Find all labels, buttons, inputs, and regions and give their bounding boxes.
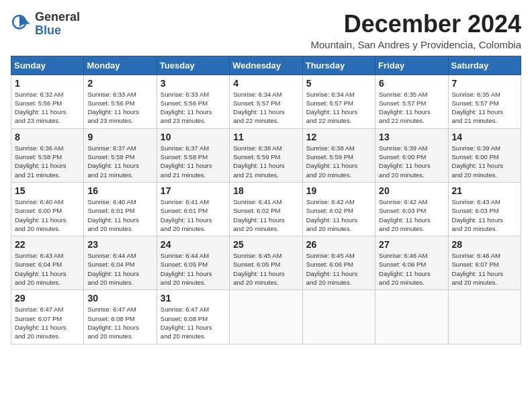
title-block: December 2024 Mountain, San Andres y Pro… <box>310 11 521 50</box>
day-number: 17 <box>161 185 226 196</box>
header-cell-thursday: Thursday <box>302 56 375 75</box>
day-info: Sunrise: 6:43 AMSunset: 6:04 PMDaylight:… <box>15 251 80 287</box>
header-cell-sunday: Sunday <box>11 56 84 75</box>
calendar-cell: 20Sunrise: 6:42 AMSunset: 6:03 PMDayligh… <box>375 182 448 236</box>
day-number: 29 <box>15 293 80 304</box>
day-info: Sunrise: 6:47 AMSunset: 6:08 PMDaylight:… <box>87 305 152 340</box>
header-cell-monday: Monday <box>84 56 157 75</box>
calendar-cell: 5Sunrise: 6:34 AMSunset: 5:57 PMDaylight… <box>302 75 375 128</box>
day-info: Sunrise: 6:37 AMSunset: 5:58 PMDaylight:… <box>161 144 226 179</box>
day-number: 21 <box>452 185 517 196</box>
logo-text: General Blue <box>35 11 80 38</box>
calendar-cell: 24Sunrise: 6:44 AMSunset: 6:05 PMDayligh… <box>157 236 229 290</box>
day-number: 22 <box>15 239 80 250</box>
day-info: Sunrise: 6:42 AMSunset: 6:02 PMDaylight:… <box>306 197 371 233</box>
header-cell-tuesday: Tuesday <box>157 56 229 75</box>
calendar-cell <box>302 290 375 344</box>
day-info: Sunrise: 6:39 AMSunset: 6:00 PMDaylight:… <box>379 144 444 179</box>
calendar-cell: 13Sunrise: 6:39 AMSunset: 6:00 PMDayligh… <box>375 128 448 182</box>
day-info: Sunrise: 6:35 AMSunset: 5:57 PMDaylight:… <box>379 90 444 126</box>
header-cell-saturday: Saturday <box>448 56 521 75</box>
calendar-cell: 16Sunrise: 6:40 AMSunset: 6:01 PMDayligh… <box>84 182 157 236</box>
day-number: 7 <box>452 78 517 89</box>
calendar-table: SundayMondayTuesdayWednesdayThursdayFrid… <box>11 56 521 345</box>
calendar-cell: 1Sunrise: 6:32 AMSunset: 5:56 PMDaylight… <box>11 75 84 128</box>
day-number: 28 <box>452 239 517 250</box>
calendar-cell: 10Sunrise: 6:37 AMSunset: 5:58 PMDayligh… <box>157 128 229 182</box>
calendar-cell <box>230 290 302 344</box>
day-info: Sunrise: 6:42 AMSunset: 6:03 PMDaylight:… <box>379 197 444 233</box>
calendar-cell: 22Sunrise: 6:43 AMSunset: 6:04 PMDayligh… <box>11 236 84 290</box>
day-number: 26 <box>306 239 371 250</box>
day-number: 3 <box>161 78 226 89</box>
calendar-header: SundayMondayTuesdayWednesdayThursdayFrid… <box>11 56 521 75</box>
week-row-3: 22Sunrise: 6:43 AMSunset: 6:04 PMDayligh… <box>11 236 521 290</box>
day-info: Sunrise: 6:44 AMSunset: 6:04 PMDaylight:… <box>87 251 152 287</box>
calendar-cell: 17Sunrise: 6:41 AMSunset: 6:01 PMDayligh… <box>157 182 229 236</box>
logo-icon <box>11 13 32 35</box>
calendar-cell: 4Sunrise: 6:34 AMSunset: 5:57 PMDaylight… <box>230 75 302 128</box>
day-number: 20 <box>379 185 444 196</box>
day-number: 5 <box>306 78 371 89</box>
day-number: 16 <box>87 185 152 196</box>
day-info: Sunrise: 6:46 AMSunset: 6:06 PMDaylight:… <box>379 251 444 287</box>
day-number: 31 <box>161 293 226 304</box>
day-info: Sunrise: 6:41 AMSunset: 6:01 PMDaylight:… <box>161 197 226 233</box>
calendar-cell <box>448 290 521 344</box>
calendar-body: 1Sunrise: 6:32 AMSunset: 5:56 PMDaylight… <box>11 75 521 344</box>
day-number: 24 <box>161 239 226 250</box>
calendar-cell: 6Sunrise: 6:35 AMSunset: 5:57 PMDaylight… <box>375 75 448 128</box>
day-number: 8 <box>15 132 80 142</box>
day-info: Sunrise: 6:41 AMSunset: 6:02 PMDaylight:… <box>233 197 298 233</box>
day-number: 6 <box>379 78 444 89</box>
day-info: Sunrise: 6:38 AMSunset: 5:59 PMDaylight:… <box>233 144 298 179</box>
day-info: Sunrise: 6:33 AMSunset: 5:56 PMDaylight:… <box>161 90 226 126</box>
day-info: Sunrise: 6:39 AMSunset: 6:00 PMDaylight:… <box>452 144 517 179</box>
calendar-cell: 19Sunrise: 6:42 AMSunset: 6:02 PMDayligh… <box>302 182 375 236</box>
day-number: 14 <box>452 132 517 142</box>
week-row-4: 29Sunrise: 6:47 AMSunset: 6:07 PMDayligh… <box>11 290 521 344</box>
calendar-cell: 28Sunrise: 6:46 AMSunset: 6:07 PMDayligh… <box>448 236 521 290</box>
calendar-cell: 26Sunrise: 6:45 AMSunset: 6:06 PMDayligh… <box>302 236 375 290</box>
day-info: Sunrise: 6:44 AMSunset: 6:05 PMDaylight:… <box>161 251 226 287</box>
day-number: 9 <box>87 132 152 142</box>
day-number: 19 <box>306 185 371 196</box>
day-info: Sunrise: 6:34 AMSunset: 5:57 PMDaylight:… <box>306 90 371 126</box>
day-number: 25 <box>233 239 298 250</box>
day-info: Sunrise: 6:38 AMSunset: 5:59 PMDaylight:… <box>306 144 371 179</box>
calendar-cell: 29Sunrise: 6:47 AMSunset: 6:07 PMDayligh… <box>11 290 84 344</box>
calendar-cell: 11Sunrise: 6:38 AMSunset: 5:59 PMDayligh… <box>230 128 302 182</box>
day-info: Sunrise: 6:45 AMSunset: 6:05 PMDaylight:… <box>233 251 298 287</box>
calendar-cell: 3Sunrise: 6:33 AMSunset: 5:56 PMDaylight… <box>157 75 229 128</box>
header-row: SundayMondayTuesdayWednesdayThursdayFrid… <box>11 56 521 75</box>
day-info: Sunrise: 6:40 AMSunset: 6:00 PMDaylight:… <box>15 197 80 233</box>
logo-general-text: General <box>35 11 80 24</box>
day-info: Sunrise: 6:45 AMSunset: 6:06 PMDaylight:… <box>306 251 371 287</box>
day-number: 18 <box>233 185 298 196</box>
day-number: 15 <box>15 185 80 196</box>
calendar-cell: 8Sunrise: 6:36 AMSunset: 5:58 PMDaylight… <box>11 128 84 182</box>
day-number: 23 <box>87 239 152 250</box>
day-info: Sunrise: 6:33 AMSunset: 5:56 PMDaylight:… <box>87 90 152 126</box>
location-title: Mountain, San Andres y Providencia, Colo… <box>310 39 521 50</box>
logo: General Blue <box>11 11 80 38</box>
calendar-cell: 12Sunrise: 6:38 AMSunset: 5:59 PMDayligh… <box>302 128 375 182</box>
day-number: 4 <box>233 78 298 89</box>
calendar-cell: 9Sunrise: 6:37 AMSunset: 5:58 PMDaylight… <box>84 128 157 182</box>
day-info: Sunrise: 6:34 AMSunset: 5:57 PMDaylight:… <box>233 90 298 126</box>
calendar-cell: 25Sunrise: 6:45 AMSunset: 6:05 PMDayligh… <box>230 236 302 290</box>
day-number: 2 <box>87 78 152 89</box>
calendar-cell: 30Sunrise: 6:47 AMSunset: 6:08 PMDayligh… <box>84 290 157 344</box>
calendar-cell: 21Sunrise: 6:43 AMSunset: 6:03 PMDayligh… <box>448 182 521 236</box>
calendar-cell: 7Sunrise: 6:35 AMSunset: 5:57 PMDaylight… <box>448 75 521 128</box>
day-info: Sunrise: 6:46 AMSunset: 6:07 PMDaylight:… <box>452 251 517 287</box>
calendar-cell <box>375 290 448 344</box>
logo-blue-text: Blue <box>35 24 80 38</box>
page-header: General Blue December 2024 Mountain, San… <box>11 11 521 50</box>
week-row-1: 8Sunrise: 6:36 AMSunset: 5:58 PMDaylight… <box>11 128 521 182</box>
week-row-2: 15Sunrise: 6:40 AMSunset: 6:00 PMDayligh… <box>11 182 521 236</box>
calendar-cell: 31Sunrise: 6:47 AMSunset: 6:08 PMDayligh… <box>157 290 229 344</box>
day-number: 10 <box>161 132 226 142</box>
calendar-cell: 18Sunrise: 6:41 AMSunset: 6:02 PMDayligh… <box>230 182 302 236</box>
calendar-cell: 15Sunrise: 6:40 AMSunset: 6:00 PMDayligh… <box>11 182 84 236</box>
